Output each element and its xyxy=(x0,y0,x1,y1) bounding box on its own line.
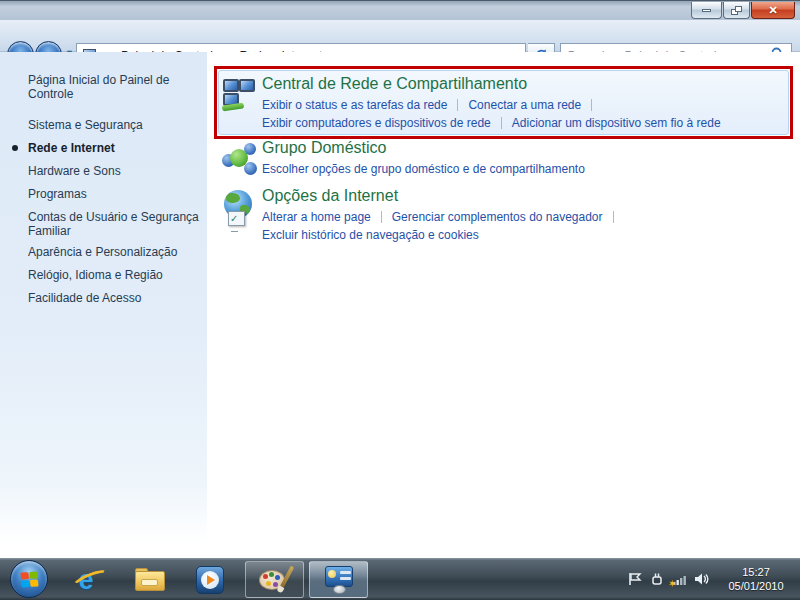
section-opcoes-da-internet: ✓ Opções da Internet Alterar a home page… xyxy=(218,186,254,222)
volume-icon[interactable] xyxy=(690,568,712,590)
windows-logo-icon xyxy=(20,571,38,587)
section-title-grupo-domestico[interactable]: Grupo Doméstico xyxy=(262,138,792,158)
network-warning-icon: ✶ xyxy=(668,579,676,589)
taskbar-clock[interactable]: 15:27 05/01/2010 xyxy=(716,558,796,600)
section-title-opcoes-internet[interactable]: Opções da Internet xyxy=(262,186,792,206)
sidebar-item-programas[interactable]: Programas xyxy=(28,187,200,201)
paint-icon xyxy=(259,567,291,593)
minimize-button[interactable] xyxy=(691,2,722,19)
network-sharing-icon xyxy=(222,78,256,110)
sidebar: Página Inicial do Painel de Controle Sis… xyxy=(0,52,207,558)
folder-icon xyxy=(135,568,165,592)
action-center-flag-icon[interactable] xyxy=(624,568,646,590)
close-button[interactable]: ✕ xyxy=(751,2,795,19)
sidebar-item-aparencia[interactable]: Aparência e Personalização xyxy=(28,245,200,259)
internet-explorer-icon: e xyxy=(78,567,93,594)
link-adicionar-dispositivo[interactable]: Adicionar um dispositivo sem fio à rede xyxy=(512,116,721,130)
taskbar-paint-button[interactable] xyxy=(245,561,304,598)
sidebar-item-hardware-e-sons[interactable]: Hardware e Sons xyxy=(28,164,200,178)
link-row: Alterar a home pageGerenciar complemento… xyxy=(262,210,792,224)
link-row: Exibir computadores e dispositivos de re… xyxy=(262,116,792,130)
link-excluir-historico[interactable]: Excluir histórico de navegação e cookies xyxy=(262,228,479,242)
link-conectar-rede[interactable]: Conectar a uma rede xyxy=(468,98,581,112)
link-row: Escolher opções de grupo doméstico e de … xyxy=(262,162,792,176)
taskbar-internet-explorer-button[interactable]: e xyxy=(64,563,108,597)
link-alterar-home-page[interactable]: Alterar a home page xyxy=(262,210,371,224)
close-icon: ✕ xyxy=(768,5,777,16)
link-separator xyxy=(381,211,382,223)
link-separator xyxy=(613,211,614,223)
control-panel-window: ✕ ← → ▼ ► Painel de Controle ► Rede e In… xyxy=(0,0,800,600)
sidebar-item-rede-e-internet[interactable]: Rede e Internet xyxy=(28,141,200,155)
sidebar-item-contas-de-usuario[interactable]: Contas de Usuário e Segurança Familiar xyxy=(28,210,200,238)
title-bar[interactable]: ✕ xyxy=(0,0,800,20)
active-item-bullet-icon xyxy=(12,145,18,151)
link-separator xyxy=(501,117,502,129)
caption-buttons: ✕ xyxy=(690,2,795,19)
media-player-icon xyxy=(196,566,224,594)
control-panel-icon xyxy=(324,566,354,594)
power-plug-icon[interactable] xyxy=(646,568,668,590)
internet-options-icon: ✓ xyxy=(222,190,258,226)
link-row: Excluir histórico de navegação e cookies xyxy=(262,228,792,242)
taskbar-windows-explorer-button[interactable] xyxy=(128,563,172,597)
sidebar-item-home[interactable]: Página Inicial do Painel de Controle xyxy=(28,73,200,101)
section-central-de-rede: Central de Rede e Compartilhamento Exibi… xyxy=(218,74,252,106)
taskbar-control-panel-button[interactable] xyxy=(309,561,368,598)
section-grupo-domestico: Grupo Doméstico Escolher opções de grupo… xyxy=(218,138,254,172)
clock-time: 15:27 xyxy=(742,565,770,579)
link-exibir-status[interactable]: Exibir o status e as tarefas da rede xyxy=(262,98,447,112)
clock-date: 05/01/2010 xyxy=(728,579,783,593)
start-button[interactable] xyxy=(10,560,48,598)
link-row: Exibir o status e as tarefas da redeCone… xyxy=(262,98,792,112)
section-title-central-de-rede[interactable]: Central de Rede e Compartilhamento xyxy=(262,74,792,94)
sidebar-item-facilidade-de-acesso[interactable]: Facilidade de Acesso xyxy=(28,291,200,305)
taskbar-media-player-button[interactable] xyxy=(188,563,232,597)
link-separator xyxy=(457,99,458,111)
link-separator xyxy=(591,99,592,111)
homegroup-icon xyxy=(222,142,258,176)
taskbar: e xyxy=(0,558,800,600)
restore-button[interactable] xyxy=(723,2,750,19)
link-gerenciar-complementos[interactable]: Gerenciar complementos do navegador xyxy=(392,210,603,224)
restore-icon xyxy=(731,6,742,15)
link-exibir-computadores[interactable]: Exibir computadores e dispositivos de re… xyxy=(262,116,491,130)
link-escolher-opcoes-grupo[interactable]: Escolher opções de grupo doméstico e de … xyxy=(262,162,585,176)
navigation-toolbar: ← → ▼ ► Painel de Controle ► Rede e Inte… xyxy=(0,20,800,52)
sidebar-item-relogio-idioma[interactable]: Relógio, Idioma e Região xyxy=(28,268,200,282)
content-area: Página Inicial do Painel de Controle Sis… xyxy=(0,52,800,558)
minimize-icon xyxy=(702,9,711,12)
system-tray: ✶ xyxy=(624,558,712,600)
network-status-icon[interactable]: ✶ xyxy=(668,568,690,590)
sidebar-item-sistema-e-seguranca[interactable]: Sistema e Segurança xyxy=(28,118,200,132)
